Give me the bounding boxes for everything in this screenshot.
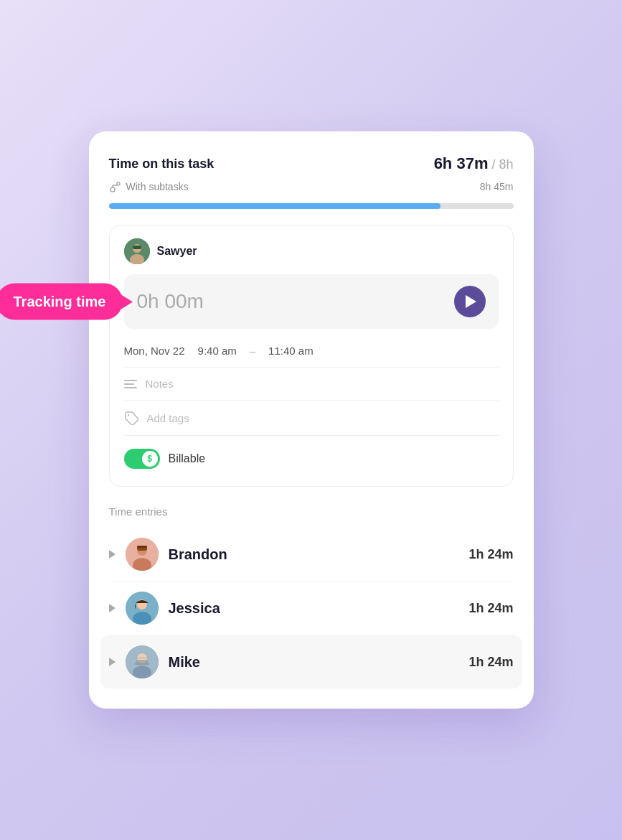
avatar-mike-image	[126, 645, 159, 678]
billable-label: Billable	[169, 452, 206, 465]
datetime-dash: –	[250, 345, 255, 357]
avatar	[126, 645, 159, 678]
tooltip-label: Tracking time	[14, 294, 106, 309]
entry-name: Brandon	[169, 546, 459, 563]
progress-bar	[109, 203, 514, 209]
time-entries-section: Time entries Brandon 1h 24m	[109, 503, 514, 689]
toggle-knob: $	[142, 451, 158, 467]
tags-row[interactable]: Add tags	[124, 400, 499, 435]
svg-point-1	[117, 182, 120, 185]
subtasks-time: 8h 45m	[480, 181, 514, 192]
svg-rect-15	[137, 546, 147, 548]
svg-rect-9	[133, 246, 141, 249]
entry-time: 1h 24m	[468, 655, 513, 670]
avatar-sawyer-image	[124, 238, 150, 264]
subtasks-label: With subtasks	[109, 180, 189, 193]
svg-point-10	[127, 414, 128, 416]
entry-name: Mike	[169, 654, 459, 671]
progress-fill	[109, 203, 440, 209]
entry-time: 1h 24m	[468, 547, 513, 562]
tags-label: Add tags	[147, 412, 189, 424]
chevron-right-icon	[109, 604, 116, 612]
time-separator: /	[488, 157, 499, 172]
entry-time: 1h 24m	[468, 601, 513, 616]
entry-name: Jessica	[169, 600, 459, 617]
user-name: Sawyer	[157, 245, 197, 258]
user-row: Sawyer	[124, 238, 499, 264]
chevron-right-icon	[109, 550, 116, 559]
billable-toggle[interactable]: $	[124, 449, 160, 469]
notes-row[interactable]: Notes	[124, 367, 499, 400]
entry-date: Mon, Nov 22	[124, 345, 185, 357]
main-card: Time on this task 6h 37m / 8h With subta…	[89, 131, 534, 709]
timer-display: 0h 00m	[137, 290, 204, 313]
subtasks-row: With subtasks 8h 45m	[109, 180, 514, 193]
svg-rect-23	[135, 663, 149, 665]
time-entries-label: Time entries	[109, 505, 514, 518]
svg-point-0	[110, 187, 115, 192]
time-estimate: 8h	[499, 157, 513, 172]
subtask-icon	[109, 180, 122, 193]
avatar	[124, 238, 150, 264]
notes-label: Notes	[146, 378, 174, 390]
play-button[interactable]	[454, 286, 486, 317]
user-card: Sawyer Tracking time 0h 00m Mon, Nov 22 …	[109, 225, 514, 487]
avatar-brandon-image	[126, 538, 159, 571]
avatar	[126, 592, 159, 625]
table-row[interactable]: Jessica 1h 24m	[109, 582, 514, 635]
dollar-icon: $	[147, 454, 152, 464]
entry-end: 11:40 am	[268, 345, 314, 357]
entry-start: 9:40 am	[198, 345, 237, 357]
notes-icon	[124, 380, 137, 388]
task-header-time: 6h 37m / 8h	[434, 154, 514, 173]
avatar-jessica-image	[126, 592, 159, 625]
task-header: Time on this task 6h 37m / 8h	[109, 154, 514, 173]
task-header-label: Time on this task	[109, 157, 215, 172]
timer-box: Tracking time 0h 00m	[124, 274, 499, 329]
svg-rect-22	[136, 660, 148, 663]
subtasks-text: With subtasks	[126, 181, 189, 192]
billable-row: $ Billable	[124, 435, 499, 472]
svg-rect-24	[136, 657, 148, 659]
table-row[interactable]: Mike 1h 24m	[100, 635, 522, 689]
avatar	[126, 538, 159, 571]
datetime-row: Mon, Nov 22 9:40 am – 11:40 am	[124, 340, 499, 367]
table-row[interactable]: Brandon 1h 24m	[109, 528, 514, 582]
tag-icon	[124, 411, 138, 425]
time-logged: 6h 37m	[434, 154, 489, 172]
chevron-right-icon	[109, 658, 116, 666]
tracking-time-tooltip: Tracking time	[0, 284, 123, 320]
